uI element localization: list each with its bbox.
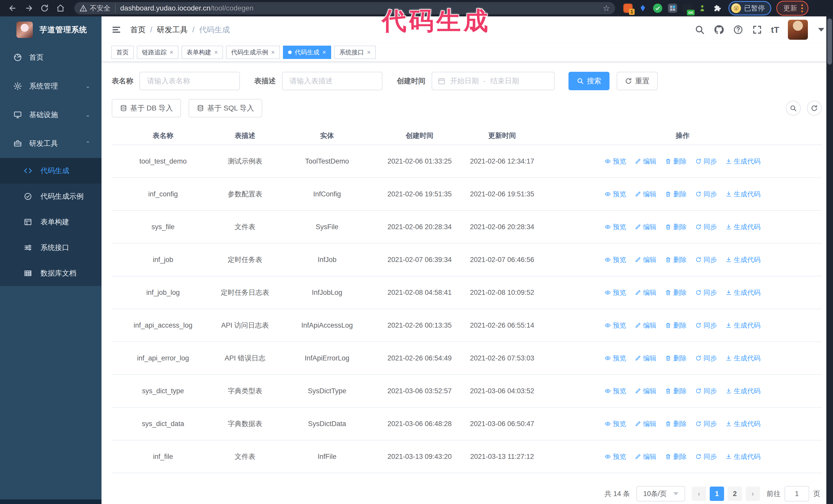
sync-link[interactable]: 同步: [695, 288, 717, 297]
reset-button[interactable]: 重置: [617, 72, 658, 90]
preview-link[interactable]: 预览: [604, 354, 626, 363]
bookmark-star-icon[interactable]: ☆: [602, 3, 610, 13]
delete-link[interactable]: 删除: [665, 255, 687, 264]
font-size-icon[interactable]: tT: [771, 25, 779, 35]
delete-link[interactable]: 删除: [665, 321, 687, 330]
home-icon[interactable]: [54, 2, 67, 15]
user-avatar[interactable]: [788, 20, 808, 40]
generate-code-link[interactable]: 生成代码: [725, 255, 760, 264]
preview-link[interactable]: 预览: [604, 157, 626, 166]
edit-link[interactable]: 编辑: [635, 288, 657, 297]
sidebar-item-home[interactable]: 首页: [0, 43, 101, 72]
next-page-button[interactable]: ›: [745, 486, 760, 501]
edit-link[interactable]: 编辑: [635, 321, 657, 330]
delete-link[interactable]: 删除: [665, 222, 687, 232]
browser-update-button[interactable]: 更新: [776, 1, 808, 16]
security-chip[interactable]: 不安全: [79, 4, 116, 13]
forward-icon[interactable]: [22, 2, 35, 15]
generate-code-link[interactable]: 生成代码: [725, 354, 760, 363]
generate-code-link[interactable]: 生成代码: [725, 288, 760, 297]
generate-code-link[interactable]: 生成代码: [725, 387, 760, 395]
delete-link[interactable]: 删除: [665, 354, 687, 363]
tab-home[interactable]: 首页: [111, 46, 134, 59]
sync-link[interactable]: 同步: [695, 452, 717, 461]
delete-link[interactable]: 删除: [665, 452, 687, 461]
url[interactable]: dashboard.yudao.iocoder.cn/tool/codegen: [120, 4, 254, 12]
sidebar-item-devtools[interactable]: 研发工具 ⌃: [0, 129, 101, 158]
extensions-puzzle-icon[interactable]: [713, 4, 722, 13]
github-icon[interactable]: [714, 24, 724, 35]
edit-link[interactable]: 编辑: [635, 354, 657, 363]
extension-icon-grid[interactable]: [668, 4, 677, 13]
goto-page-input[interactable]: 1: [785, 486, 809, 501]
fullscreen-icon[interactable]: [752, 25, 762, 35]
sync-link[interactable]: 同步: [695, 222, 717, 232]
edit-link[interactable]: 编辑: [635, 222, 657, 232]
sync-link[interactable]: 同步: [695, 387, 717, 395]
preview-link[interactable]: 预览: [604, 190, 626, 199]
sync-link[interactable]: 同步: [695, 255, 717, 264]
close-icon[interactable]: ×: [323, 49, 326, 55]
delete-link[interactable]: 删除: [665, 419, 687, 428]
close-icon[interactable]: ×: [214, 49, 218, 55]
sidebar-item-system[interactable]: 系统管理 ⌄: [0, 72, 101, 100]
generate-code-link[interactable]: 生成代码: [725, 190, 760, 199]
edit-link[interactable]: 编辑: [635, 190, 657, 199]
edit-link[interactable]: 编辑: [635, 255, 657, 264]
address-bar[interactable]: 不安全 dashboard.yudao.iocoder.cn/tool/code…: [74, 2, 615, 14]
sync-link[interactable]: 同步: [695, 321, 717, 330]
generate-code-link[interactable]: 生成代码: [725, 452, 760, 461]
generate-code-link[interactable]: 生成代码: [725, 157, 760, 166]
preview-link[interactable]: 预览: [604, 222, 626, 232]
preview-link[interactable]: 预览: [604, 255, 626, 264]
close-icon[interactable]: ×: [271, 49, 275, 55]
edit-link[interactable]: 编辑: [635, 452, 657, 461]
toggle-search-button[interactable]: [786, 101, 801, 116]
sidebar-item-form-builder[interactable]: 表单构建: [0, 209, 101, 235]
tab-system-api[interactable]: 系统接口×: [334, 46, 376, 59]
scrollbar-thumb[interactable]: [827, 19, 832, 65]
preview-link[interactable]: 预览: [604, 419, 626, 428]
generate-code-link[interactable]: 生成代码: [725, 222, 760, 232]
page-size-select[interactable]: 10条/页: [636, 486, 685, 501]
sidebar-item-system-api[interactable]: 系统接口: [0, 235, 101, 261]
edit-link[interactable]: 编辑: [635, 157, 657, 166]
table-name-input[interactable]: 请输入表名称: [139, 72, 240, 90]
hamburger-icon[interactable]: [111, 25, 121, 35]
delete-link[interactable]: 删除: [665, 387, 687, 395]
tab-form-builder[interactable]: 表单构建×: [182, 46, 223, 59]
delete-link[interactable]: 删除: [665, 190, 687, 199]
edit-link[interactable]: 编辑: [635, 419, 657, 428]
profile-paused-badge[interactable]: 😮 已暂停: [729, 1, 771, 16]
browser-menu-icon[interactable]: [801, 4, 803, 12]
reload-icon[interactable]: [38, 2, 51, 15]
sidebar-item-infra[interactable]: 基础设施 ⌄: [0, 100, 101, 129]
sync-link[interactable]: 同步: [695, 419, 717, 428]
tab-codegen-example[interactable]: 代码生成示例×: [226, 46, 280, 59]
prev-page-button[interactable]: ‹: [692, 486, 706, 501]
extension-icon-green-check[interactable]: [653, 4, 662, 13]
user-menu-caret-icon[interactable]: [818, 28, 824, 31]
app-logo-row[interactable]: 芋道管理系统: [0, 17, 101, 43]
preview-link[interactable]: 预览: [604, 452, 626, 461]
sync-link[interactable]: 同步: [695, 157, 717, 166]
preview-link[interactable]: 预览: [604, 288, 626, 297]
extension-icon-figure[interactable]: [698, 4, 707, 13]
generate-code-link[interactable]: 生成代码: [725, 419, 760, 428]
delete-link[interactable]: 删除: [665, 288, 687, 297]
date-range-picker[interactable]: 开始日期 - 结束日期: [432, 72, 555, 90]
close-icon[interactable]: ×: [367, 49, 371, 55]
search-icon[interactable]: [695, 25, 705, 35]
sidebar-item-codegen[interactable]: 代码生成: [0, 158, 101, 184]
import-sql-button[interactable]: 基于 SQL 导入: [189, 99, 262, 117]
tab-tracing[interactable]: 链路追踪×: [137, 46, 178, 59]
edit-link[interactable]: 编辑: [635, 387, 657, 395]
extension-icon-dark[interactable]: on: [683, 4, 692, 13]
refresh-table-button[interactable]: [807, 101, 822, 116]
breadcrumb-devtools[interactable]: 研发工具: [157, 25, 188, 35]
preview-link[interactable]: 预览: [604, 321, 626, 330]
back-icon[interactable]: [6, 2, 20, 15]
breadcrumb-home[interactable]: 首页: [130, 25, 146, 35]
page-button-2[interactable]: 2: [728, 486, 742, 501]
sync-link[interactable]: 同步: [695, 190, 717, 199]
